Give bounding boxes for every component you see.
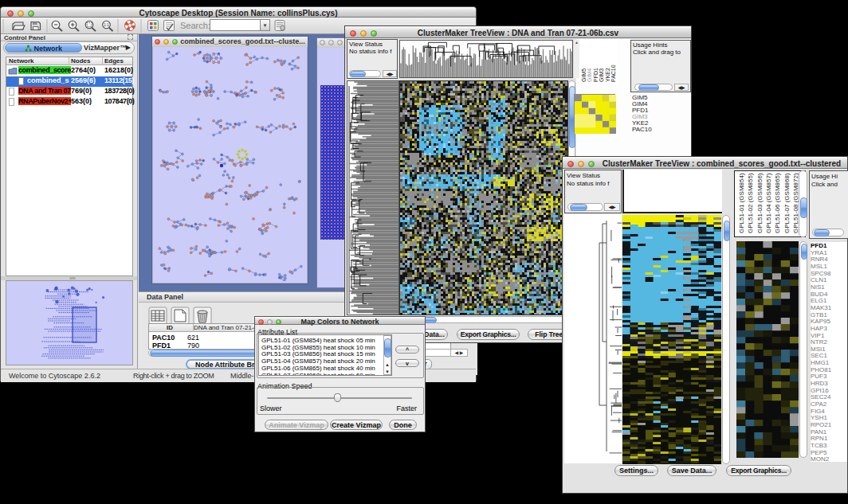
svg-text:1:1: 1:1 <box>104 23 109 27</box>
